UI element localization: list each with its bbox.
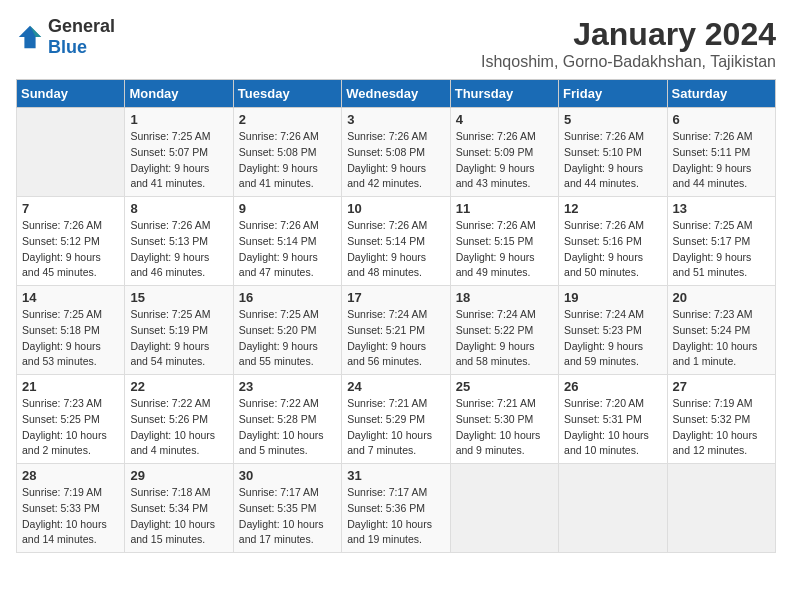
header-sunday: Sunday (17, 80, 125, 108)
calendar-cell: 9 Sunrise: 7:26 AMSunset: 5:14 PMDayligh… (233, 197, 341, 286)
day-number: 23 (239, 379, 336, 394)
day-number: 7 (22, 201, 119, 216)
day-info: Sunrise: 7:17 AMSunset: 5:35 PMDaylight:… (239, 486, 324, 545)
day-info: Sunrise: 7:23 AMSunset: 5:25 PMDaylight:… (22, 397, 107, 456)
calendar-cell: 2 Sunrise: 7:26 AMSunset: 5:08 PMDayligh… (233, 108, 341, 197)
calendar-cell: 8 Sunrise: 7:26 AMSunset: 5:13 PMDayligh… (125, 197, 233, 286)
calendar-cell: 18 Sunrise: 7:24 AMSunset: 5:22 PMDaylig… (450, 286, 558, 375)
day-number: 24 (347, 379, 444, 394)
day-info: Sunrise: 7:26 AMSunset: 5:12 PMDaylight:… (22, 219, 102, 278)
logo-text: General Blue (48, 16, 115, 58)
day-number: 10 (347, 201, 444, 216)
calendar-cell: 29 Sunrise: 7:18 AMSunset: 5:34 PMDaylig… (125, 464, 233, 553)
day-info: Sunrise: 7:25 AMSunset: 5:19 PMDaylight:… (130, 308, 210, 367)
day-number: 19 (564, 290, 661, 305)
calendar-cell: 17 Sunrise: 7:24 AMSunset: 5:21 PMDaylig… (342, 286, 450, 375)
calendar-cell: 16 Sunrise: 7:25 AMSunset: 5:20 PMDaylig… (233, 286, 341, 375)
calendar-cell: 1 Sunrise: 7:25 AMSunset: 5:07 PMDayligh… (125, 108, 233, 197)
header-thursday: Thursday (450, 80, 558, 108)
day-number: 8 (130, 201, 227, 216)
day-number: 30 (239, 468, 336, 483)
title-section: January 2024 Ishqoshim, Gorno-Badakhshan… (481, 16, 776, 71)
calendar-cell: 31 Sunrise: 7:17 AMSunset: 5:36 PMDaylig… (342, 464, 450, 553)
calendar-cell: 20 Sunrise: 7:23 AMSunset: 5:24 PMDaylig… (667, 286, 775, 375)
calendar-cell: 15 Sunrise: 7:25 AMSunset: 5:19 PMDaylig… (125, 286, 233, 375)
day-info: Sunrise: 7:24 AMSunset: 5:23 PMDaylight:… (564, 308, 644, 367)
day-info: Sunrise: 7:18 AMSunset: 5:34 PMDaylight:… (130, 486, 215, 545)
calendar-row: 1 Sunrise: 7:25 AMSunset: 5:07 PMDayligh… (17, 108, 776, 197)
day-info: Sunrise: 7:26 AMSunset: 5:11 PMDaylight:… (673, 130, 753, 189)
calendar-cell: 10 Sunrise: 7:26 AMSunset: 5:14 PMDaylig… (342, 197, 450, 286)
calendar-cell: 24 Sunrise: 7:21 AMSunset: 5:29 PMDaylig… (342, 375, 450, 464)
day-info: Sunrise: 7:24 AMSunset: 5:21 PMDaylight:… (347, 308, 427, 367)
calendar-cell: 14 Sunrise: 7:25 AMSunset: 5:18 PMDaylig… (17, 286, 125, 375)
header-wednesday: Wednesday (342, 80, 450, 108)
calendar-cell: 3 Sunrise: 7:26 AMSunset: 5:08 PMDayligh… (342, 108, 450, 197)
calendar-cell: 13 Sunrise: 7:25 AMSunset: 5:17 PMDaylig… (667, 197, 775, 286)
day-info: Sunrise: 7:19 AMSunset: 5:33 PMDaylight:… (22, 486, 107, 545)
day-number: 17 (347, 290, 444, 305)
header-tuesday: Tuesday (233, 80, 341, 108)
day-info: Sunrise: 7:26 AMSunset: 5:09 PMDaylight:… (456, 130, 536, 189)
day-info: Sunrise: 7:25 AMSunset: 5:17 PMDaylight:… (673, 219, 753, 278)
day-info: Sunrise: 7:26 AMSunset: 5:10 PMDaylight:… (564, 130, 644, 189)
day-number: 13 (673, 201, 770, 216)
calendar-cell: 22 Sunrise: 7:22 AMSunset: 5:26 PMDaylig… (125, 375, 233, 464)
calendar-cell: 5 Sunrise: 7:26 AMSunset: 5:10 PMDayligh… (559, 108, 667, 197)
day-number: 26 (564, 379, 661, 394)
day-number: 6 (673, 112, 770, 127)
header-monday: Monday (125, 80, 233, 108)
calendar-row: 14 Sunrise: 7:25 AMSunset: 5:18 PMDaylig… (17, 286, 776, 375)
day-number: 21 (22, 379, 119, 394)
day-number: 5 (564, 112, 661, 127)
calendar-cell (17, 108, 125, 197)
calendar-row: 7 Sunrise: 7:26 AMSunset: 5:12 PMDayligh… (17, 197, 776, 286)
logo-blue: Blue (48, 37, 87, 57)
day-number: 12 (564, 201, 661, 216)
day-info: Sunrise: 7:24 AMSunset: 5:22 PMDaylight:… (456, 308, 536, 367)
day-info: Sunrise: 7:21 AMSunset: 5:29 PMDaylight:… (347, 397, 432, 456)
day-info: Sunrise: 7:26 AMSunset: 5:08 PMDaylight:… (239, 130, 319, 189)
calendar-cell: 6 Sunrise: 7:26 AMSunset: 5:11 PMDayligh… (667, 108, 775, 197)
logo-icon (16, 23, 44, 51)
day-number: 2 (239, 112, 336, 127)
day-info: Sunrise: 7:26 AMSunset: 5:16 PMDaylight:… (564, 219, 644, 278)
day-number: 11 (456, 201, 553, 216)
day-info: Sunrise: 7:22 AMSunset: 5:28 PMDaylight:… (239, 397, 324, 456)
day-number: 20 (673, 290, 770, 305)
day-info: Sunrise: 7:25 AMSunset: 5:07 PMDaylight:… (130, 130, 210, 189)
header: General Blue January 2024 Ishqoshim, Gor… (16, 16, 776, 71)
calendar-cell: 25 Sunrise: 7:21 AMSunset: 5:30 PMDaylig… (450, 375, 558, 464)
calendar-row: 28 Sunrise: 7:19 AMSunset: 5:33 PMDaylig… (17, 464, 776, 553)
day-info: Sunrise: 7:20 AMSunset: 5:31 PMDaylight:… (564, 397, 649, 456)
day-info: Sunrise: 7:25 AMSunset: 5:20 PMDaylight:… (239, 308, 319, 367)
calendar-cell: 19 Sunrise: 7:24 AMSunset: 5:23 PMDaylig… (559, 286, 667, 375)
day-info: Sunrise: 7:19 AMSunset: 5:32 PMDaylight:… (673, 397, 758, 456)
calendar-cell (559, 464, 667, 553)
day-info: Sunrise: 7:26 AMSunset: 5:14 PMDaylight:… (239, 219, 319, 278)
day-number: 28 (22, 468, 119, 483)
calendar-cell: 23 Sunrise: 7:22 AMSunset: 5:28 PMDaylig… (233, 375, 341, 464)
calendar-cell (450, 464, 558, 553)
day-info: Sunrise: 7:25 AMSunset: 5:18 PMDaylight:… (22, 308, 102, 367)
calendar-cell: 21 Sunrise: 7:23 AMSunset: 5:25 PMDaylig… (17, 375, 125, 464)
day-info: Sunrise: 7:22 AMSunset: 5:26 PMDaylight:… (130, 397, 215, 456)
day-info: Sunrise: 7:26 AMSunset: 5:08 PMDaylight:… (347, 130, 427, 189)
day-number: 25 (456, 379, 553, 394)
day-info: Sunrise: 7:26 AMSunset: 5:13 PMDaylight:… (130, 219, 210, 278)
day-info: Sunrise: 7:17 AMSunset: 5:36 PMDaylight:… (347, 486, 432, 545)
day-number: 31 (347, 468, 444, 483)
calendar-table: Sunday Monday Tuesday Wednesday Thursday… (16, 79, 776, 553)
calendar-row: 21 Sunrise: 7:23 AMSunset: 5:25 PMDaylig… (17, 375, 776, 464)
calendar-cell: 7 Sunrise: 7:26 AMSunset: 5:12 PMDayligh… (17, 197, 125, 286)
header-saturday: Saturday (667, 80, 775, 108)
calendar-cell: 4 Sunrise: 7:26 AMSunset: 5:09 PMDayligh… (450, 108, 558, 197)
day-number: 9 (239, 201, 336, 216)
day-number: 29 (130, 468, 227, 483)
header-friday: Friday (559, 80, 667, 108)
day-info: Sunrise: 7:26 AMSunset: 5:15 PMDaylight:… (456, 219, 536, 278)
day-number: 15 (130, 290, 227, 305)
calendar-cell: 11 Sunrise: 7:26 AMSunset: 5:15 PMDaylig… (450, 197, 558, 286)
day-info: Sunrise: 7:23 AMSunset: 5:24 PMDaylight:… (673, 308, 758, 367)
calendar-cell: 26 Sunrise: 7:20 AMSunset: 5:31 PMDaylig… (559, 375, 667, 464)
